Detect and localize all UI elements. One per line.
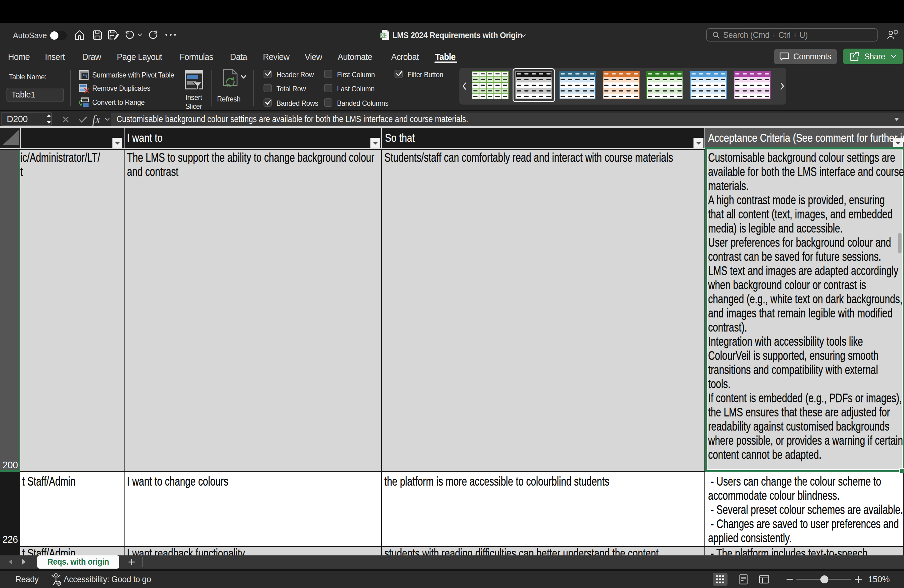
svg-text:X: X [381, 33, 384, 38]
